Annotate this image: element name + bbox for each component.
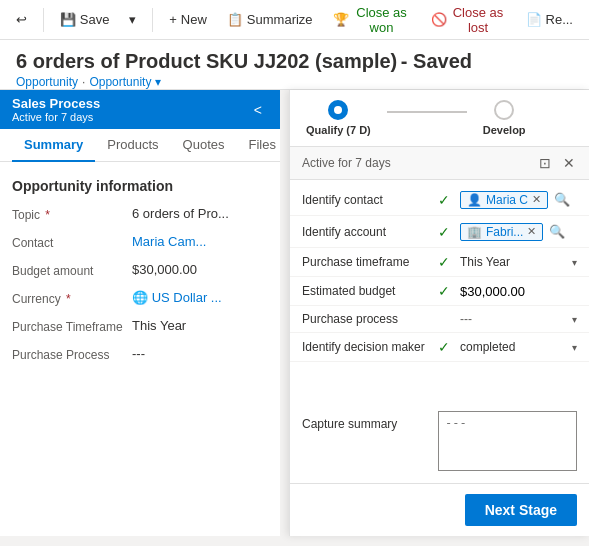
tab-files[interactable]: Files — [236, 129, 287, 162]
next-stage-button[interactable]: Next Stage — [465, 494, 577, 526]
field-value-contact: Maria Cam... — [132, 234, 268, 249]
search-icon: 🔍 — [549, 224, 565, 239]
field-label-purchase-timeframe: Purchase Timeframe — [12, 318, 132, 334]
breadcrumb-opportunity2[interactable]: Opportunity ▾ — [89, 75, 160, 89]
dropdown-icon: ▾ — [129, 12, 136, 27]
field-value-purchase-process[interactable]: --- — [132, 346, 268, 361]
close-lost-label: Close as lost — [451, 5, 506, 35]
back-button[interactable]: ↩ — [8, 8, 35, 31]
stage-circle-inner — [334, 106, 342, 114]
row-label-estimated-budget: Estimated budget — [302, 284, 432, 298]
currency-link[interactable]: 🌐 US Dollar ... — [132, 290, 222, 305]
new-button[interactable]: + New — [161, 8, 215, 31]
field-label-contact: Contact — [12, 234, 132, 250]
capture-summary-area: Capture summary — [290, 399, 589, 483]
tab-products[interactable]: Products — [95, 129, 170, 162]
completed-badge: completed — [460, 340, 515, 354]
stage-label-develop: Develop — [483, 124, 526, 136]
new-label: New — [181, 12, 207, 27]
purchase-process-dashes: --- — [460, 312, 472, 326]
summarize-button[interactable]: 📋 Summarize — [219, 8, 321, 31]
search-icon: 🔍 — [554, 192, 570, 207]
check-identify-contact: ✓ — [438, 192, 454, 208]
field-value-purchase-timeframe[interactable]: This Year — [132, 318, 268, 333]
left-panel: Sales Process Active for 7 days < Summar… — [0, 90, 280, 536]
row-purchase-timeframe: Purchase timeframe ✓ This Year ▾ — [290, 248, 589, 277]
toolbar: ↩ 💾 Save ▾ + New 📋 Summarize 🏆 Close as … — [0, 0, 589, 40]
sales-process-subtitle: Active for 7 days — [12, 111, 100, 123]
tab-summary[interactable]: Summary — [12, 129, 95, 162]
row-purchase-process: Purchase process --- ▾ — [290, 306, 589, 333]
field-topic: Topic * 6 orders of Pro... — [12, 206, 268, 222]
header: 6 orders of Product SKU JJ202 (sample) -… — [0, 40, 589, 90]
breadcrumb-opportunity1[interactable]: Opportunity — [16, 75, 78, 89]
tab-quotes[interactable]: Quotes — [171, 129, 237, 162]
field-purchase-process: Purchase Process --- — [12, 346, 268, 362]
close-as-lost-button[interactable]: 🚫 Close as lost — [423, 1, 514, 39]
save-label: Save — [80, 12, 110, 27]
decision-maker-dropdown[interactable]: ▾ — [572, 342, 577, 353]
save-dropdown-button[interactable]: ▾ — [121, 8, 144, 31]
panel-header-icons: ⊡ ✕ — [537, 153, 577, 173]
close-won-label: Close as won — [353, 5, 411, 35]
field-value-currency: 🌐 US Dollar ... — [132, 290, 268, 305]
stage-label-qualify: Qualify (7 D) — [306, 124, 371, 136]
contact-icon: 👤 — [467, 193, 482, 207]
row-label-identify-contact: Identify contact — [302, 193, 432, 207]
check-identify-account: ✓ — [438, 224, 454, 240]
record-icon: 📄 — [526, 12, 542, 27]
breadcrumb-separator: · — [82, 75, 85, 89]
right-panel: Qualify (7 D) Develop Active for 7 days … — [289, 90, 589, 536]
section-title: Opportunity information — [12, 178, 268, 194]
stage-connector — [387, 111, 467, 113]
remove-account-tag-button[interactable]: ✕ — [527, 225, 536, 238]
close-as-won-button[interactable]: 🏆 Close as won — [325, 1, 419, 39]
row-label-purchase-process: Purchase process — [302, 312, 432, 326]
stage-progress-header: Qualify (7 D) Develop — [290, 90, 589, 147]
stage-circle-develop — [494, 100, 514, 120]
field-currency: Currency * 🌐 US Dollar ... — [12, 290, 268, 306]
account-icon: 🏢 — [467, 225, 482, 239]
purchase-timeframe-dropdown[interactable]: ▾ — [572, 257, 577, 268]
search-contact-button[interactable]: 🔍 — [552, 190, 572, 209]
summarize-label: Summarize — [247, 12, 313, 27]
contact-link[interactable]: Maria Cam... — [132, 234, 206, 249]
collapse-panel-button[interactable]: < — [248, 100, 268, 120]
search-account-button[interactable]: 🔍 — [547, 222, 567, 241]
active-days-text: Active for 7 days — [302, 156, 391, 170]
summarize-icon: 📋 — [227, 12, 243, 27]
breadcrumb: Opportunity · Opportunity ▾ — [16, 75, 573, 89]
separator-1 — [43, 8, 44, 32]
value-purchase-timeframe: This Year ▾ — [460, 255, 577, 269]
row-label-purchase-timeframe: Purchase timeframe — [302, 255, 432, 269]
check-estimated-budget: ✓ — [438, 283, 454, 299]
stage-qualify: Qualify (7 D) — [306, 100, 371, 136]
capture-row: Capture summary — [302, 405, 577, 477]
panel-rows: Identify contact ✓ 👤 Maria C ✕ 🔍 Identif… — [290, 180, 589, 399]
field-purchase-timeframe: Purchase Timeframe This Year — [12, 318, 268, 334]
record-button[interactable]: 📄 Re... — [518, 8, 581, 31]
expand-button[interactable]: ⊡ — [537, 153, 553, 173]
separator-2 — [152, 8, 153, 32]
row-identify-account: Identify account ✓ 🏢 Fabri... ✕ 🔍 — [290, 216, 589, 248]
field-value-topic[interactable]: 6 orders of Pro... — [132, 206, 268, 221]
record-label: Re... — [546, 12, 573, 27]
tag-fabri: 🏢 Fabri... ✕ — [460, 223, 543, 241]
check-purchase-timeframe: ✓ — [438, 254, 454, 270]
remove-contact-tag-button[interactable]: ✕ — [532, 193, 541, 206]
form-area: Opportunity information Topic * 6 orders… — [0, 162, 280, 536]
save-button[interactable]: 💾 Save — [52, 8, 118, 31]
field-budget: Budget amount $30,000.00 — [12, 262, 268, 278]
tag-maria-c: 👤 Maria C ✕ — [460, 191, 548, 209]
field-contact: Contact Maria Cam... — [12, 234, 268, 250]
saved-indicator: - Saved — [401, 50, 472, 72]
purchase-process-dropdown[interactable]: ▾ — [572, 314, 577, 325]
value-estimated-budget: $30,000.00 — [460, 284, 577, 299]
field-value-budget[interactable]: $30,000.00 — [132, 262, 268, 277]
close-panel-button[interactable]: ✕ — [561, 153, 577, 173]
collapse-icon: < — [254, 102, 262, 118]
capture-summary-label: Capture summary — [302, 411, 432, 431]
close-icon: ✕ — [563, 155, 575, 171]
panel-subheader: Active for 7 days ⊡ ✕ — [290, 147, 589, 180]
capture-summary-input[interactable] — [438, 411, 577, 471]
